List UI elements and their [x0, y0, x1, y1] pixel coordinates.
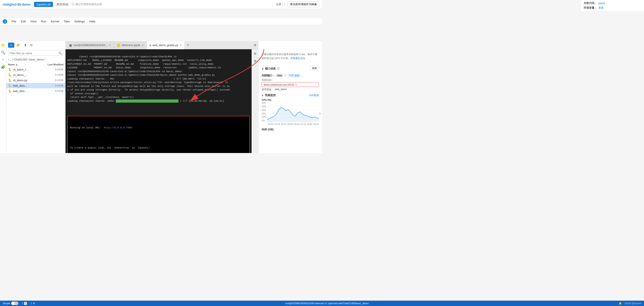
welcome-tab-label: Welcome.ipynb [122, 44, 140, 47]
mem-label: 内存 (GB) [262, 128, 319, 131]
notebook-settings-gear[interactable]: ⚙ [253, 43, 258, 48]
search-input[interactable] [10, 52, 58, 55]
nb-gear-icon-1[interactable]: ⚙ [253, 51, 258, 56]
terminal-tab-close[interactable]: ✕ [109, 44, 111, 47]
realtime-label[interactable]: 实时数据 [309, 94, 319, 97]
app-title: chatglm3-6b-demo [3, 3, 30, 6]
sidebar-icon-git[interactable]: ⑃ [1, 57, 5, 62]
file-name: cli_batch_r... [13, 68, 46, 71]
col-name-header: Name ▲ [8, 63, 46, 66]
copy-icon[interactable]: ⧉ [295, 83, 297, 86]
svg-text:J: J [4, 20, 6, 23]
file-name: web_dem... [13, 84, 46, 87]
new-file-button[interactable]: + [8, 43, 14, 48]
env-desc: 不建议额外安装其它版本的框架和 Cuda，版本不兼容时将引起 GPU 不可用。查… [262, 52, 319, 60]
menu-tabs[interactable]: Tabs [62, 19, 72, 24]
list-item[interactable]: 🐍 cli_demo_... 3小时前 [6, 72, 65, 78]
url-box: Running on local URL: http://0.0.0.0:700… [67, 116, 250, 153]
file-icon: 🐍 [8, 73, 12, 77]
file-time: 3小时前 [46, 73, 64, 77]
cpu-label: CPU (%) [262, 99, 319, 101]
top-bar: chatglm3-6b-demo JupyterLab 网页终端 ⓘ 通过代理源… [0, 0, 322, 9]
url-line1: Running on local URL: http://0.0.0.0:700… [70, 126, 247, 130]
terminal-output[interactable]: (base) root@4209603658163240-taskrole1-0… [66, 49, 252, 153]
external-access-box: direct.virtaicloud.com:25152 ⧉ [262, 82, 319, 87]
port-section-title: ∨ 端口信息 ⓘ [262, 67, 280, 71]
tab-webdemo[interactable]: ≡ web_demo_gradio.py ✕ [147, 41, 185, 49]
list-item[interactable]: 🐍 cli_demo.py 3小时前 [6, 78, 65, 83]
file-icon: 🐍 [8, 79, 12, 82]
compat-link[interactable]: 查看兼容信息 [290, 57, 305, 60]
top-right-actions: 全屏 ⛶ 将当前环境制作为镜像 [276, 1, 319, 8]
terminal-tab-label: root@4209603658163240!... [73, 44, 108, 47]
top-notice: ⓘ 通过代理源加速包过程 [72, 3, 102, 6]
menu-run[interactable]: Run [39, 19, 48, 24]
menu-view[interactable]: View [28, 19, 38, 24]
cpu-chart-svg [267, 102, 319, 122]
webdemo-tab-icon: ≡ [149, 44, 151, 47]
refresh-icon[interactable]: ↻ [29, 43, 34, 48]
notebook-tabs: ▣ root@4209603658163240!... ✕ 📒 Welcome.… [66, 41, 258, 49]
webdemo-tab-close[interactable]: ✕ [180, 44, 182, 47]
file-name: web_dem... [13, 90, 46, 93]
loading-bar-fill [116, 99, 178, 103]
fullscreen-button[interactable]: 全屏 ⛶ [276, 3, 285, 6]
webdemo-tab-label: web_demo_gradio.py [152, 44, 178, 47]
cpu-yaxis: 50% 40% 30% 20% 10% 0% [262, 102, 267, 122]
cpu-chart-container: CPU (%) 50% 40% 30% 20% 10% 0% [262, 99, 319, 125]
list-item[interactable]: 🐍 web_dem... 3小时前 [6, 83, 65, 88]
left-sidebar: 📁 🔍 ⑃ 🧩 [0, 41, 6, 153]
list-item[interactable]: 🐍 web_dem... 3小时前 [6, 88, 65, 94]
cpu-chart-area: ? [267, 102, 319, 122]
cpu-xaxis: 24:04 24:44 25:24 26:04 26:44 27:24 28:0… [268, 123, 319, 125]
sidebar-icon-search[interactable]: 🔍 [1, 50, 5, 55]
nb-gear-icon-2[interactable]: ⚙ [253, 58, 258, 64]
tab-jupyterlab[interactable]: JupyterLab [34, 2, 53, 7]
right-panel: 不建议额外安装其它版本的框架和 Cuda，版本不兼容时将引起 GPU 不可用。查… [258, 41, 322, 153]
sidebar-icon-extensions[interactable]: 🧩 [1, 65, 5, 69]
port-info-icon[interactable]: ⓘ [277, 67, 280, 70]
question-icon[interactable]: ? [319, 112, 321, 116]
external-label: 外部访问： [262, 78, 319, 82]
file-name: cli_demo_... [13, 73, 46, 77]
welcome-tab-icon: 📒 [117, 44, 120, 47]
file-panel: + 📂 ⬆ ↻ 🔍 / ... / ChatGLM3 / basic_demo … [6, 41, 66, 153]
breadcrumb: / ... / ChatGLM3 / basic_demo / [6, 57, 65, 62]
mirror-button[interactable]: 将当前环境制作为镜像 [288, 1, 319, 8]
add-tab-button[interactable]: + [185, 43, 192, 48]
port-section: ∨ 端口信息 ⓘ 添加 内部端口： 7000 ⓘ TCP 协议 外部访问： di… [262, 63, 319, 91]
add-port-button[interactable]: 添加 [310, 66, 319, 71]
port-row: 内部端口： 7000 ⓘ TCP 协议 [262, 74, 319, 78]
internal-port-value: 7000 [276, 74, 282, 77]
file-icon: 🐍 [8, 89, 12, 93]
internal-port-label: 内部端口： [262, 74, 275, 78]
url-line2: To create a public link, set `share=True… [70, 146, 247, 150]
file-list: 🐍 cli_batch_r... 3小时前🐍 cli_demo_... 3小时前… [6, 67, 65, 153]
sidebar-icon-files[interactable]: 📁 [1, 43, 5, 48]
svg-marker-9 [267, 107, 319, 122]
tab-welcome[interactable]: 📒 Welcome.ipynb ✕ [114, 41, 147, 49]
menu-file[interactable]: File [10, 19, 18, 24]
file-time: 3小时前 [46, 79, 64, 82]
perf-header: ∨ 性能监控 实时数据 [262, 93, 319, 97]
file-time: 3小时前 [46, 68, 64, 71]
menu-edit[interactable]: Edit [19, 19, 28, 24]
menu-kernel[interactable]: Kernel [49, 19, 61, 24]
file-time: 3小时前 [46, 89, 64, 93]
tab-terminal-1[interactable]: ▣ root@4209603658163240!... ✕ [66, 41, 114, 49]
menu-help[interactable]: Help [88, 19, 97, 24]
welcome-tab-close[interactable]: ✕ [142, 44, 144, 47]
loading-bar [116, 99, 178, 103]
file-list-header: Name ▲ Last Modified [6, 62, 65, 67]
menu-bar: J File Edit View Run Kernel Tabs Setting… [0, 18, 322, 25]
notebook-content-area: (base) root@4209603658163240-taskrole1-0… [66, 49, 258, 153]
use-label: 使用用途： [262, 88, 274, 91]
perf-section: ∨ 性能监控 实时数据 CPU (%) 50% 40% 30% 20% 10% … [262, 93, 319, 131]
menu-settings[interactable]: Settings [72, 19, 86, 24]
tab-terminal[interactable]: 网页终端 [56, 3, 68, 7]
upload-file-icon[interactable]: ⬆ [23, 43, 28, 48]
port-info-icon2[interactable]: ⓘ [284, 74, 286, 77]
upload-folder-icon[interactable]: 📂 [16, 43, 22, 48]
list-item[interactable]: 🐍 cli_batch_r... 3小时前 [6, 67, 65, 72]
terminal-tab-icon: ▣ [69, 44, 72, 47]
